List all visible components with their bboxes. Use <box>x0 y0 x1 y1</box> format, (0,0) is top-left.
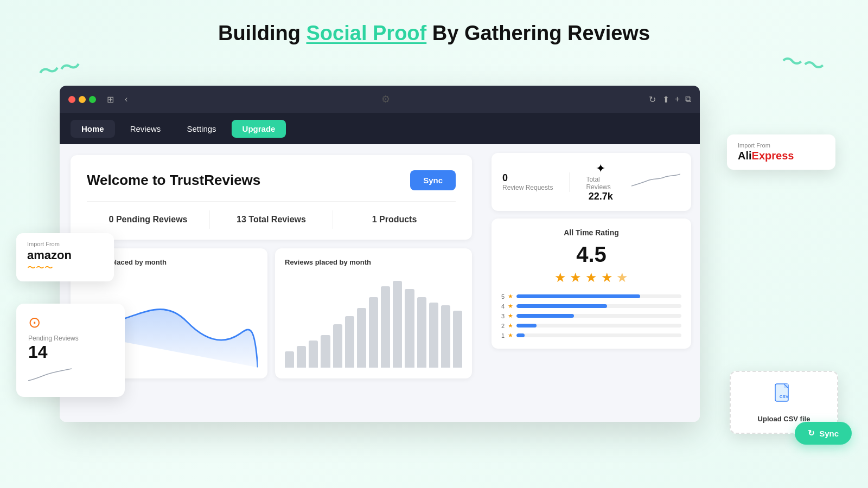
browser-address-bar[interactable]: ⚙ <box>134 93 637 105</box>
rating-bar-3: 3 ★ <box>501 312 681 319</box>
rating-bar-2: 2 ★ <box>501 322 681 329</box>
bar-1 <box>285 351 294 368</box>
rating-card: All Time Rating 4.5 ★ ★ ★ ★ ★ 5 ★ <box>492 219 691 349</box>
bar-12 <box>417 297 426 368</box>
rating-bars: 5 ★ 4 ★ 3 ★ <box>501 293 681 339</box>
bar-fill-3 <box>516 314 574 318</box>
star-1: ★ <box>554 270 566 285</box>
star-icon-2: ★ <box>508 322 513 329</box>
browser-window: ⊞ ‹ ⚙ ↻ ⬆ + ⧉ Home Reviews Settings Upgr… <box>60 86 700 422</box>
star-icon-5: ★ <box>508 293 513 300</box>
sync-icon: ↻ <box>808 428 815 438</box>
stat-pending-reviews: 0 Pending Reviews <box>87 210 210 229</box>
bar-7 <box>357 308 366 368</box>
welcome-card: Welcome to TrustReviews Sync 0 Pending R… <box>71 155 472 240</box>
bar-fill-5 <box>516 294 640 298</box>
star-4: ★ <box>601 270 613 285</box>
bar-9 <box>381 286 390 368</box>
bar-chart-card: Reviews placed by month <box>275 248 472 378</box>
nav-item-home[interactable]: Home <box>71 120 115 138</box>
bar-track-2 <box>516 324 681 328</box>
bar-track-5 <box>516 294 681 298</box>
nav-item-settings[interactable]: Settings <box>176 120 227 138</box>
minimize-button[interactable] <box>79 96 86 103</box>
float-sync-button[interactable]: ↻ Sync <box>795 422 852 445</box>
bar-fill-2 <box>516 324 536 328</box>
bar-14 <box>441 305 450 368</box>
import-aliexpress-card[interactable]: Import From AliExpress <box>727 134 835 170</box>
browser-duplicate-icon[interactable]: ⧉ <box>685 94 691 105</box>
sync-label: Sync <box>819 429 839 438</box>
page-title: Building Social Proof By Gathering Revie… <box>0 0 868 61</box>
star-3: ★ <box>585 270 597 285</box>
nav-bar: Home Reviews Settings Upgrade <box>60 113 700 144</box>
rating-bar-5: 5 ★ <box>501 293 681 300</box>
stat-products: 1 Products <box>333 210 456 229</box>
divider <box>569 172 570 192</box>
rating-stars: ★ ★ ★ ★ ★ <box>501 270 681 285</box>
bar-5 <box>333 324 342 368</box>
bar-4 <box>321 335 330 368</box>
aliexpress-prefix-label: Import From <box>738 142 825 149</box>
bar-track-1 <box>516 333 681 337</box>
stats-row: 0 Pending Reviews 13 Total Reviews 1 Pro… <box>87 201 456 229</box>
rating-bar-1: 1 ★ <box>501 332 681 339</box>
pending-chart <box>28 362 113 387</box>
nav-item-upgrade[interactable]: Upgrade <box>232 120 286 138</box>
pending-reviews-card: ⊙ Pending Reviews 14 <box>16 304 125 397</box>
nav-item-reviews[interactable]: Reviews <box>119 120 172 138</box>
maximize-button[interactable] <box>89 96 96 103</box>
star-icon-3: ★ <box>508 312 513 319</box>
browser-refresh-icon[interactable]: ↻ <box>649 94 656 105</box>
bar-fill-4 <box>516 304 607 308</box>
bar-8 <box>369 297 378 368</box>
pending-label: Pending Reviews <box>28 335 113 342</box>
total-reviews-label: Total Reviews <box>586 176 615 191</box>
welcome-title: Welcome to TrustReviews <box>87 172 260 189</box>
bar-chart-title: Reviews placed by month <box>285 258 462 266</box>
bar-2 <box>297 346 306 368</box>
star-icon: ✦ <box>596 162 605 176</box>
pending-icon: ⊙ <box>28 313 113 331</box>
rating-value: 4.5 <box>501 242 681 267</box>
rating-title: All Time Rating <box>501 228 681 237</box>
browser-back-icon[interactable]: ‹ <box>125 94 127 104</box>
bar-15 <box>453 311 462 368</box>
review-requests-count: 0 <box>502 172 553 184</box>
total-reviews-count: 22.7k <box>589 191 613 202</box>
bar-6 <box>345 316 354 368</box>
main-content: Welcome to TrustReviews Sync 0 Pending R… <box>60 144 700 422</box>
star-2: ★ <box>570 270 582 285</box>
right-panel: 0 Review Requests ✦ Total Reviews 22.7k … <box>483 144 700 422</box>
bar-13 <box>429 303 438 368</box>
aliexpress-logo: AliExpress <box>738 150 825 162</box>
bar-track-3 <box>516 314 681 318</box>
bar-track-4 <box>516 304 681 308</box>
close-button[interactable] <box>68 96 75 103</box>
browser-chrome: ⊞ ‹ ⚙ ↻ ⬆ + ⧉ <box>60 86 700 113</box>
csv-icon: CSV <box>743 382 825 410</box>
charts-row: Reviews placed by month <box>71 248 472 378</box>
pending-value: 14 <box>28 342 113 362</box>
star-icon-4: ★ <box>508 303 513 310</box>
stat-total-reviews: 13 Total Reviews <box>210 210 333 229</box>
rating-bar-4: 4 ★ <box>501 303 681 310</box>
browser-sidebar-icon: ⊞ <box>107 94 114 105</box>
svg-text:CSV: CSV <box>780 394 789 399</box>
review-requests-label: Review Requests <box>502 184 553 191</box>
bar-chart-area <box>285 273 462 370</box>
bar-10 <box>393 281 402 368</box>
review-requests-item: 0 Review Requests <box>502 172 553 191</box>
import-amazon-card[interactable]: Import From amazon 〜〜〜 <box>16 233 114 281</box>
amazon-logo: amazon <box>27 248 103 262</box>
amazon-smile-icon: 〜〜〜 <box>27 262 103 274</box>
total-reviews-chart <box>631 171 680 194</box>
bar-11 <box>405 289 414 368</box>
browser-share-icon[interactable]: ⬆ <box>662 94 669 105</box>
sync-button[interactable]: Sync <box>410 170 456 190</box>
bar-3 <box>309 341 318 368</box>
amazon-prefix-label: Import From <box>27 241 103 247</box>
star-5-half: ★ <box>616 270 628 285</box>
traffic-lights <box>68 96 96 103</box>
browser-add-tab-icon[interactable]: + <box>675 94 680 105</box>
